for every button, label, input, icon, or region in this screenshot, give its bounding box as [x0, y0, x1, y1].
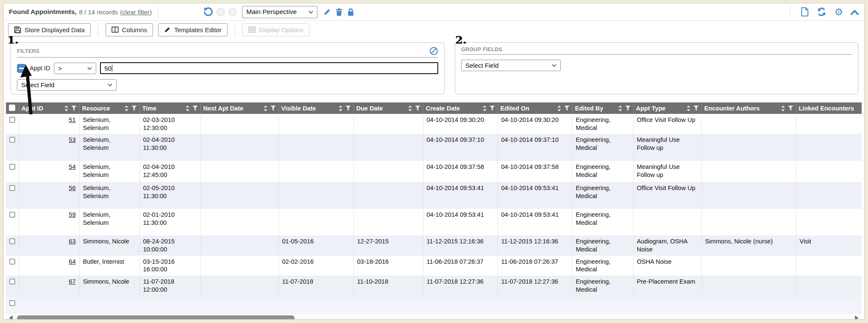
cell-linked_encounters	[796, 256, 862, 276]
cell-edited_on: 11-07-2018 12:27:36	[498, 276, 572, 297]
lock-perspective-icon[interactable]	[347, 8, 354, 16]
sort-icon[interactable]	[618, 105, 623, 111]
cell-create_date: 04-10-2014 09:53:41	[423, 182, 498, 209]
history-forward-icon[interactable]	[228, 8, 237, 17]
horizontal-scrollbar[interactable]	[6, 313, 862, 320]
row-checkbox[interactable]	[9, 238, 15, 244]
clear-filter-link[interactable]: (clear filter)	[120, 8, 152, 16]
appt-id-link[interactable]: 54	[69, 163, 75, 170]
sort-icon[interactable]	[408, 105, 412, 111]
filter-funnel-icon[interactable]	[270, 105, 276, 111]
appt-id-link[interactable]: 53	[69, 136, 75, 143]
store-displayed-data-button[interactable]: Store Displayed Data	[8, 23, 91, 36]
scroll-left-arrow-icon[interactable]	[9, 315, 13, 320]
cell-due_date: 03-18-2016	[353, 256, 423, 276]
column-header-appt_type[interactable]: Appt Type	[633, 102, 701, 114]
row-checkbox[interactable]	[9, 164, 15, 170]
button-label: Columns	[122, 26, 147, 33]
filter-funnel-icon[interactable]	[625, 105, 631, 111]
edit-perspective-icon[interactable]	[323, 8, 331, 16]
select-all-checkbox[interactable]	[9, 105, 15, 111]
column-header-due_date[interactable]: Due Date	[353, 102, 423, 114]
appt-id-link[interactable]: 51	[69, 116, 75, 123]
divider	[790, 6, 790, 18]
row-checkbox[interactable]	[9, 185, 15, 191]
cell-encounter_authors	[701, 209, 796, 235]
appt-id-link[interactable]: 64	[69, 258, 75, 265]
group-field-select[interactable]: Select Field	[461, 60, 561, 71]
refresh-icon[interactable]	[817, 7, 826, 17]
filter-funnel-icon[interactable]	[71, 105, 77, 111]
remove-filter-button[interactable]	[17, 64, 26, 73]
column-header-appt_id[interactable]: Appt ID	[19, 102, 79, 114]
sort-icon[interactable]	[482, 105, 487, 111]
sort-icon[interactable]	[686, 105, 691, 111]
cell-edited_by: Engineering, Medical	[572, 114, 633, 134]
column-header-time[interactable]: Time	[139, 102, 200, 114]
column-header-resource[interactable]: Resource	[79, 102, 139, 114]
table-row: 64Butler, Internist03-15-2016 16:00:0002…	[6, 256, 862, 276]
new-record-icon[interactable]	[801, 7, 809, 17]
cell-time: 02-04-2010 11:30:00	[139, 134, 200, 161]
add-filter-field-select[interactable]: Select Field	[17, 79, 117, 91]
clear-all-filters-icon[interactable]	[429, 47, 438, 55]
filter-funnel-icon[interactable]	[490, 105, 495, 111]
filter-funnel-icon[interactable]	[788, 105, 793, 111]
delete-perspective-icon[interactable]	[335, 8, 343, 16]
column-header-next_apt_date[interactable]: Next Apt Date	[200, 102, 278, 114]
column-header-linked_encounters[interactable]: Linked Encounters	[796, 102, 862, 114]
appt-id-link[interactable]: 56	[69, 185, 75, 191]
sort-icon[interactable]	[263, 105, 268, 111]
sort-icon[interactable]	[557, 105, 562, 111]
filter-funnel-icon[interactable]	[415, 105, 420, 111]
sort-icon[interactable]	[64, 105, 69, 111]
row-checkbox[interactable]	[9, 300, 15, 306]
perspective-select[interactable]: Main Perspective	[242, 6, 317, 18]
row-checkbox[interactable]	[9, 137, 15, 143]
filter-value-input[interactable]: 50	[100, 62, 438, 74]
row-checkbox[interactable]	[9, 279, 15, 284]
cell-due_date	[353, 114, 423, 134]
cell-next_apt_date	[200, 256, 278, 276]
row-checkbox[interactable]	[9, 117, 15, 123]
columns-button[interactable]: Columns	[106, 23, 153, 36]
sort-icon[interactable]	[124, 105, 129, 111]
filter-operator-select[interactable]: >	[54, 63, 96, 74]
column-header-visible_date[interactable]: Visible Date	[278, 102, 353, 114]
cell-appt_id: 51	[19, 114, 79, 134]
templates-editor-button[interactable]: Templates Editor	[158, 23, 228, 36]
row-checkbox[interactable]	[9, 212, 15, 218]
filter-funnel-icon[interactable]	[131, 105, 137, 111]
undo-icon[interactable]	[203, 7, 213, 17]
column-label: Appt ID	[22, 105, 44, 112]
settings-gear-icon[interactable]: ⚙	[834, 7, 843, 17]
scroll-right-arrow-icon[interactable]	[855, 315, 859, 320]
cell-visible_date	[278, 209, 353, 235]
sort-icon[interactable]	[185, 105, 190, 111]
scrollbar-thumb[interactable]	[17, 315, 295, 320]
column-header-edited_by[interactable]: Edited By	[572, 102, 633, 114]
filter-funnel-icon[interactable]	[345, 105, 351, 111]
select-all-header[interactable]	[6, 102, 19, 114]
cell-edited_on: 04-10-2014 09:37:10	[498, 134, 572, 161]
appt-id-link[interactable]: 67	[69, 278, 75, 285]
filter-funnel-icon[interactable]	[564, 105, 570, 111]
history-back-icon[interactable]	[216, 8, 225, 17]
sort-icon[interactable]	[338, 105, 343, 111]
appt-id-link[interactable]: 59	[69, 211, 75, 218]
appt-id-link[interactable]: 63	[69, 238, 75, 245]
filters-panel: FILTERS Appt ID > 50	[11, 42, 445, 94]
collapse-chevron-icon[interactable]	[850, 9, 859, 15]
column-header-edited_on[interactable]: Edited On	[498, 102, 572, 114]
table-row: 54Selenium, Selenium02-04-2010 12:45:000…	[6, 161, 862, 182]
filter-funnel-icon[interactable]	[693, 105, 699, 111]
column-header-encounter_authors[interactable]: Encounter Authors	[701, 102, 796, 114]
sort-icon[interactable]	[781, 105, 785, 111]
row-checkbox[interactable]	[9, 259, 15, 265]
app-window: Found Appointments, 8 / 14 records (clea…	[0, 0, 868, 323]
cell-linked_encounters	[796, 161, 862, 182]
cell-edited_by: Engineering, Medical	[572, 276, 633, 297]
filter-funnel-icon[interactable]	[192, 105, 198, 111]
table-body: 51Selenium, Selenium02-03-2010 12:30:000…	[6, 114, 862, 313]
column-header-create_date[interactable]: Create Date	[423, 102, 498, 114]
